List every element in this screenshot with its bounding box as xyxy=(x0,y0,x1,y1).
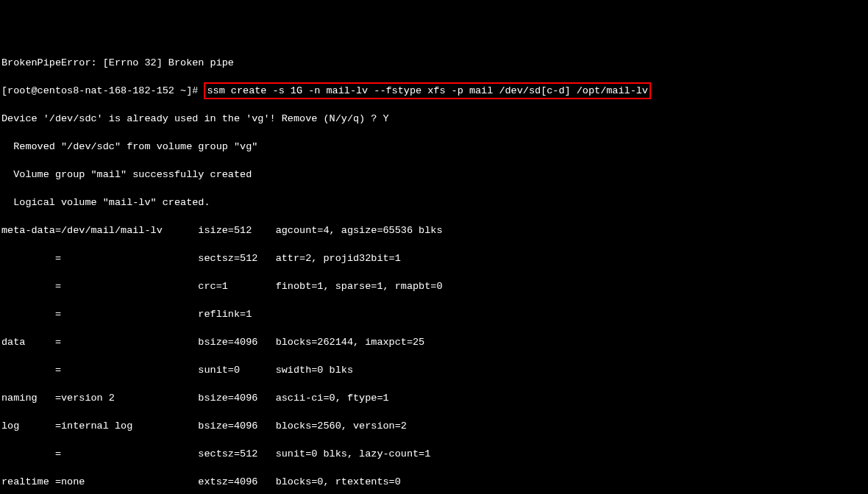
terminal-line: meta-data=/dev/mail/mail-lv isize=512 ag… xyxy=(1,223,867,237)
terminal-line: Volume group "mail" successfully created xyxy=(1,168,867,182)
shell-prompt: [root@centos8-nat-168-182-152 ~]# xyxy=(1,85,204,96)
terminal-line: [root@centos8-nat-168-182-152 ~]# ssm cr… xyxy=(1,84,867,98)
terminal-line: = sunit=0 swidth=0 blks xyxy=(1,363,867,377)
terminal-line: = sectsz=512 attr=2, projid32bit=1 xyxy=(1,251,867,265)
terminal-line: naming =version 2 bsize=4096 ascii-ci=0,… xyxy=(1,391,867,405)
highlighted-command-ssm: ssm create -s 1G -n mail-lv --fstype xfs… xyxy=(204,82,651,99)
terminal-line: log =internal log bsize=4096 blocks=2560… xyxy=(1,419,867,433)
terminal-line: Logical volume "mail-lv" created. xyxy=(1,196,867,210)
terminal-line: data = bsize=4096 blocks=262144, imaxpct… xyxy=(1,335,867,349)
terminal-line: = crc=1 finobt=1, sparse=1, rmapbt=0 xyxy=(1,279,867,293)
terminal-line: realtime =none extsz=4096 blocks=0, rtex… xyxy=(1,475,867,489)
terminal-line: Device '/dev/sdc' is already used in the… xyxy=(1,112,867,126)
terminal-line: = reflink=1 xyxy=(1,307,867,321)
terminal-line: = sectsz=512 sunit=0 blks, lazy-count=1 xyxy=(1,447,867,461)
terminal-line: Removed "/dev/sdc" from volume group "vg… xyxy=(1,140,867,154)
terminal-line: BrokenPipeError: [Errno 32] Broken pipe xyxy=(1,56,867,70)
